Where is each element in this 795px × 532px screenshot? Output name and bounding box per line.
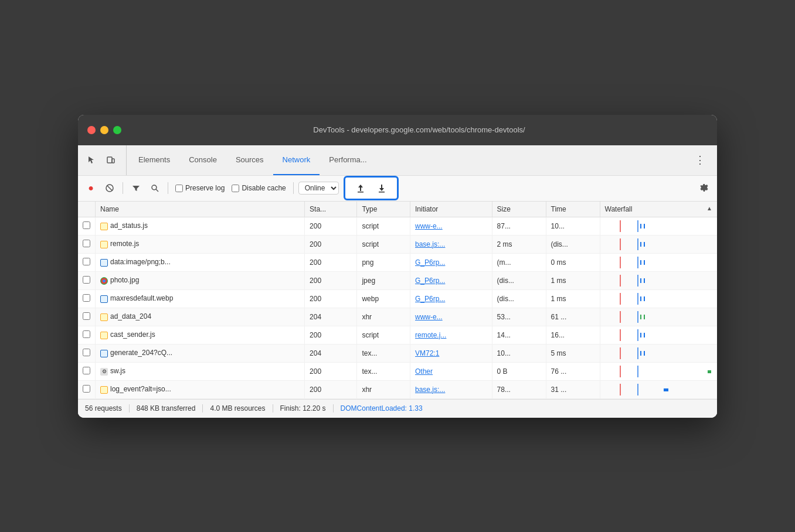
cell-status: 204 bbox=[305, 308, 357, 326]
initiator-link[interactable]: G_P6rp... bbox=[415, 295, 445, 303]
tab-sources[interactable]: Sources bbox=[226, 145, 273, 175]
traffic-lights bbox=[87, 126, 121, 134]
maximize-button[interactable] bbox=[113, 126, 121, 134]
status-bar: 56 requests 848 KB transferred 4.0 MB re… bbox=[78, 399, 717, 418]
record-button[interactable]: ● bbox=[83, 180, 99, 196]
col-time[interactable]: Time bbox=[546, 202, 600, 217]
col-size[interactable]: Size bbox=[492, 202, 546, 217]
disable-cache-group[interactable]: Disable cache bbox=[232, 184, 286, 192]
table-row[interactable]: cast_sender.js200scriptremote.j...14...1… bbox=[78, 326, 717, 344]
tab-network[interactable]: Network bbox=[273, 145, 320, 175]
initiator-link[interactable]: remote.j... bbox=[415, 331, 446, 339]
cell-size: 2 ms bbox=[492, 235, 546, 253]
tab-bar: Elements Console Sources Network Perform… bbox=[78, 145, 717, 176]
cell-initiator[interactable]: Other bbox=[410, 362, 492, 380]
row-checkbox[interactable] bbox=[83, 385, 90, 393]
col-name[interactable]: Name bbox=[96, 202, 305, 217]
row-checkbox[interactable] bbox=[83, 312, 90, 320]
initiator-link[interactable]: www-e... bbox=[415, 313, 443, 321]
table-row[interactable]: ad_status.js200scriptwww-e...87...10... bbox=[78, 217, 717, 235]
initiator-link[interactable]: G_P6rp... bbox=[415, 277, 445, 285]
table-row[interactable]: photo.jpg200jpegG_P6rp...(dis...1 ms bbox=[78, 271, 717, 289]
row-checkbox[interactable] bbox=[83, 276, 90, 284]
cell-initiator[interactable]: G_P6rp... bbox=[410, 289, 492, 308]
cell-time: 10... bbox=[546, 217, 600, 235]
settings-button[interactable] bbox=[696, 180, 712, 196]
tab-elements[interactable]: Elements bbox=[129, 145, 179, 175]
initiator-link[interactable]: VM72:1 bbox=[415, 349, 439, 357]
throttle-select[interactable]: Online bbox=[298, 182, 339, 195]
more-tabs-button[interactable]: ⋮ bbox=[688, 145, 712, 175]
table-row[interactable]: generate_204?cQ...204tex...VM72:110...5 … bbox=[78, 344, 717, 362]
cell-name: ⚙sw.js bbox=[96, 362, 305, 380]
col-waterfall[interactable]: Waterfall ▲ bbox=[600, 202, 717, 217]
sort-icon: ▲ bbox=[706, 205, 712, 212]
cell-name: maxresdefault.webp bbox=[96, 289, 305, 308]
table-row[interactable]: maxresdefault.webp200webpG_P6rp...(dis..… bbox=[78, 289, 717, 308]
disable-cache-checkbox[interactable] bbox=[232, 185, 239, 192]
cell-type: png bbox=[357, 253, 410, 271]
row-checkbox[interactable] bbox=[83, 349, 90, 356]
cell-initiator[interactable]: base.js:... bbox=[410, 235, 492, 253]
cell-time: 1 ms bbox=[546, 271, 600, 289]
row-checkbox[interactable] bbox=[83, 221, 90, 229]
cell-initiator[interactable]: www-e... bbox=[410, 308, 492, 326]
row-checkbox[interactable] bbox=[83, 330, 90, 338]
row-checkbox[interactable] bbox=[83, 294, 90, 302]
cell-size: 78... bbox=[492, 380, 546, 398]
initiator-link[interactable]: base.js:... bbox=[415, 386, 445, 394]
network-table-wrapper: Name Sta... Type Initiator Size Time Wat… bbox=[78, 202, 717, 399]
cell-time: 1 ms bbox=[546, 289, 600, 308]
initiator-link[interactable]: base.js:... bbox=[415, 240, 445, 248]
cell-type: script bbox=[357, 235, 410, 253]
table-row[interactable]: ad_data_204204xhrwww-e...53...61 ... bbox=[78, 308, 717, 326]
table-row[interactable]: remote.js200scriptbase.js:...2 ms(dis... bbox=[78, 235, 717, 253]
svg-rect-6 bbox=[358, 192, 363, 193]
initiator-link[interactable]: Other bbox=[415, 367, 433, 376]
filter-button[interactable] bbox=[128, 180, 144, 196]
close-button[interactable] bbox=[87, 126, 96, 134]
preserve-log-group[interactable]: Preserve log bbox=[175, 184, 225, 192]
row-checkbox[interactable] bbox=[83, 240, 90, 247]
cursor-icon[interactable] bbox=[83, 152, 99, 168]
tab-console[interactable]: Console bbox=[179, 145, 226, 175]
initiator-link[interactable]: G_P6rp... bbox=[415, 258, 445, 267]
cell-type: tex... bbox=[357, 362, 410, 380]
col-initiator[interactable]: Initiator bbox=[410, 202, 492, 217]
col-status[interactable]: Sta... bbox=[305, 202, 357, 217]
svg-point-4 bbox=[152, 185, 157, 190]
cell-size: (m... bbox=[492, 253, 546, 271]
cell-initiator[interactable]: VM72:1 bbox=[410, 344, 492, 362]
cell-waterfall bbox=[600, 308, 717, 326]
cell-initiator[interactable]: remote.j... bbox=[410, 326, 492, 344]
table-row[interactable]: data:image/png;b...200pngG_P6rp...(m...0… bbox=[78, 253, 717, 271]
separator-1 bbox=[123, 182, 123, 194]
cell-size: 14... bbox=[492, 326, 546, 344]
svg-line-5 bbox=[156, 189, 158, 192]
tab-performance[interactable]: Performa... bbox=[320, 145, 376, 175]
preserve-log-checkbox[interactable] bbox=[175, 185, 183, 192]
cell-status: 200 bbox=[305, 380, 357, 398]
cell-status: 200 bbox=[305, 362, 357, 380]
cell-initiator[interactable]: G_P6rp... bbox=[410, 253, 492, 271]
clear-button[interactable] bbox=[101, 180, 118, 196]
table-row[interactable]: log_event?alt=jso...200xhrbase.js:...78.… bbox=[78, 380, 717, 398]
download-button[interactable] bbox=[373, 180, 390, 196]
search-button[interactable] bbox=[147, 180, 163, 196]
status-dom: DOMContentLoaded: 1.33 bbox=[334, 404, 430, 412]
upload-button[interactable] bbox=[352, 180, 369, 196]
row-checkbox[interactable] bbox=[83, 258, 90, 265]
cell-initiator[interactable]: base.js:... bbox=[410, 380, 492, 398]
cell-initiator[interactable]: G_P6rp... bbox=[410, 271, 492, 289]
initiator-link[interactable]: www-e... bbox=[415, 222, 443, 230]
cell-type: script bbox=[357, 326, 410, 344]
cell-waterfall bbox=[600, 217, 717, 235]
cell-type: script bbox=[357, 217, 410, 235]
svg-rect-7 bbox=[379, 192, 385, 193]
table-row[interactable]: ⚙sw.js200tex...Other0 B76 ... bbox=[78, 362, 717, 380]
cell-initiator[interactable]: www-e... bbox=[410, 217, 492, 235]
minimize-button[interactable] bbox=[100, 126, 108, 134]
row-checkbox[interactable] bbox=[83, 367, 90, 374]
col-type[interactable]: Type bbox=[357, 202, 410, 217]
device-toggle-icon[interactable] bbox=[103, 152, 119, 168]
